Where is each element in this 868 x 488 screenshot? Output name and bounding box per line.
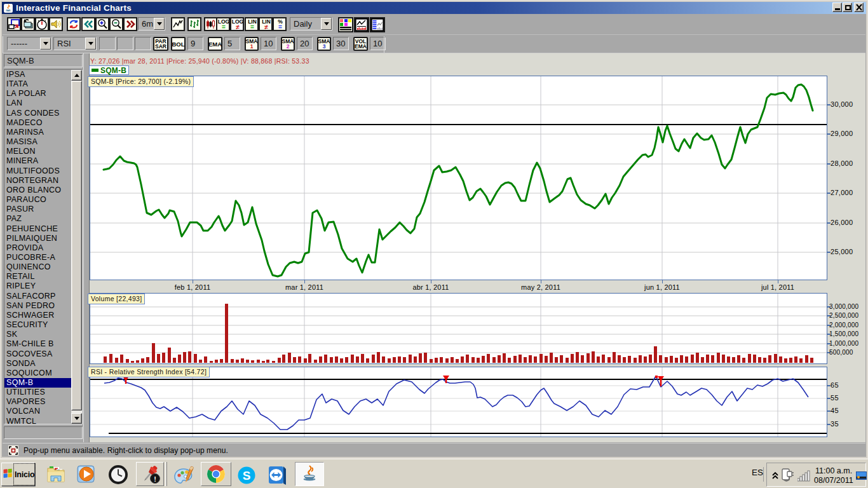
svg-text:=: = [222, 24, 226, 30]
svg-text:=: = [250, 24, 254, 30]
svg-text:≠: ≠ [236, 24, 240, 30]
svg-text:=: = [278, 24, 282, 30]
svg-text:≠: ≠ [264, 24, 268, 30]
svg-text:S: S [243, 469, 251, 482]
svg-text:!: ! [154, 475, 156, 483]
